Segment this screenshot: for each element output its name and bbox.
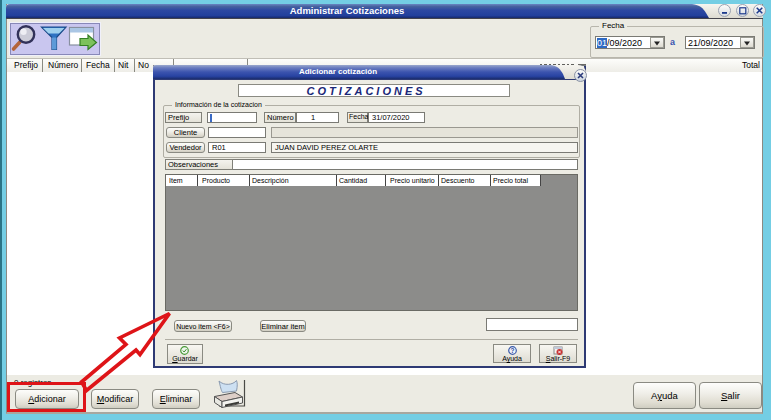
svg-text:?: ? [511,347,515,354]
